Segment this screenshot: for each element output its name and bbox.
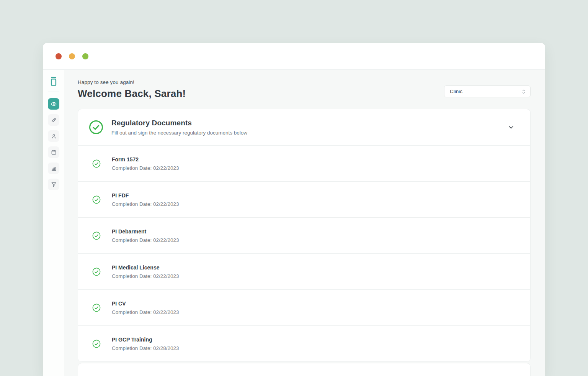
document-title: PI GCP Training bbox=[112, 337, 179, 343]
section-header[interactable]: Regulatory Documents Fill out and sign t… bbox=[78, 109, 530, 145]
document-row-pi-gcp-training[interactable]: PI GCP Training Completion Date: 02/28/2… bbox=[78, 325, 530, 361]
sidebar-item-filter[interactable] bbox=[48, 179, 59, 190]
main-content: Happy to see you again! Welcome Back, Sa… bbox=[64, 70, 545, 376]
bar-chart-icon bbox=[51, 165, 57, 172]
document-title: Form 1572 bbox=[112, 156, 179, 163]
clinic-select-value: Clinic bbox=[450, 89, 462, 94]
document-completion-date: Completion Date: 02/22/2023 bbox=[112, 201, 179, 207]
regulatory-documents-card: Regulatory Documents Fill out and sign t… bbox=[78, 109, 531, 362]
check-circle-icon bbox=[92, 232, 101, 240]
page-title: Welcome Back, Sarah! bbox=[78, 88, 186, 100]
clinic-select[interactable]: Clinic bbox=[444, 85, 531, 97]
eye-icon bbox=[51, 101, 57, 107]
user-icon bbox=[51, 133, 57, 140]
document-title: PI FDF bbox=[112, 192, 179, 199]
greeting-text: Happy to see you again! bbox=[78, 79, 186, 85]
collapse-section-button[interactable] bbox=[506, 123, 516, 132]
chevron-down-icon bbox=[506, 124, 516, 131]
document-completion-date: Completion Date: 02/28/2023 bbox=[112, 345, 179, 351]
minimize-button[interactable] bbox=[69, 53, 75, 59]
document-completion-date: Completion Date: 02/22/2023 bbox=[112, 309, 179, 315]
zoom-button[interactable] bbox=[82, 53, 88, 59]
calendar-icon bbox=[51, 149, 57, 156]
sidebar-divider bbox=[48, 92, 59, 92]
document-row-pi-medical-license[interactable]: PI Medical License Completion Date: 02/2… bbox=[78, 253, 530, 289]
sidebar-item-patients[interactable] bbox=[48, 130, 59, 142]
document-title: PI Debarment bbox=[112, 228, 179, 235]
section-title: Regulatory Documents bbox=[111, 119, 247, 127]
window-titlebar bbox=[43, 43, 545, 70]
filter-icon bbox=[51, 181, 57, 188]
document-title: PI Medical License bbox=[112, 264, 179, 271]
document-completion-date: Completion Date: 02/22/2023 bbox=[112, 273, 179, 279]
sidebar bbox=[43, 70, 64, 376]
bottle-logo-icon bbox=[48, 76, 59, 87]
check-circle-icon bbox=[92, 195, 101, 204]
section-subtitle: Fill out and sign the necessary regulato… bbox=[111, 130, 247, 136]
document-row-pi-fdf[interactable]: PI FDF Completion Date: 02/22/2023 bbox=[78, 181, 530, 217]
document-completion-date: Completion Date: 02/22/2023 bbox=[112, 237, 179, 243]
check-circle-icon bbox=[92, 340, 101, 348]
check-circle-icon bbox=[89, 120, 103, 135]
sidebar-item-reports[interactable] bbox=[48, 163, 59, 174]
app-window: Happy to see you again! Welcome Back, Sa… bbox=[43, 43, 545, 376]
document-title: PI CV bbox=[112, 300, 179, 307]
document-row-pi-cv[interactable]: PI CV Completion Date: 02/22/2023 bbox=[78, 289, 530, 325]
check-circle-icon bbox=[92, 159, 101, 168]
close-button[interactable] bbox=[56, 53, 62, 59]
sidebar-item-calendar[interactable] bbox=[48, 146, 59, 158]
check-circle-icon bbox=[92, 304, 101, 312]
sidebar-item-labs[interactable] bbox=[48, 114, 59, 126]
document-row-pi-debarment[interactable]: PI Debarment Completion Date: 02/22/2023 bbox=[78, 217, 530, 253]
next-section-card-partial bbox=[78, 363, 531, 376]
document-row-form-1572[interactable]: Form 1572 Completion Date: 02/22/2023 bbox=[78, 145, 530, 181]
select-up-down-chevrons-icon bbox=[521, 89, 526, 95]
check-circle-icon bbox=[92, 268, 101, 276]
document-completion-date: Completion Date: 02/22/2023 bbox=[112, 165, 179, 171]
test-tube-icon bbox=[51, 117, 57, 123]
sidebar-item-overview[interactable] bbox=[48, 98, 59, 110]
